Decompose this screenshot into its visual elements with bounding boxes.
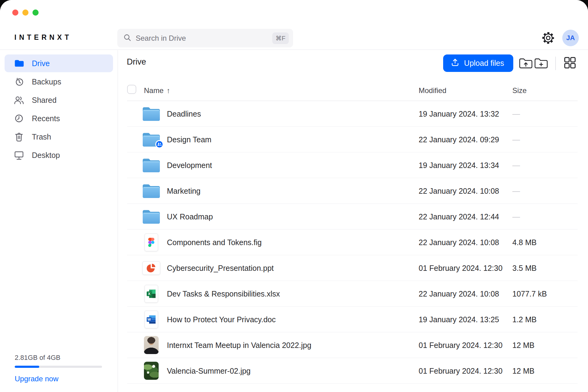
shared-folder-badge [155,140,164,148]
upload-files-label: Upload files [464,59,504,68]
search-placeholder: Search in Drive [136,34,272,43]
shared-icon [14,96,24,104]
file-size: — [512,135,520,144]
storage-widget: 2.81GB of 4GB Upgrade now [15,354,102,383]
folder-icon [141,101,162,126]
file-size: 1077.7 kB [512,289,547,298]
sidebar-item-label: Backups [32,77,61,86]
file-name: Development [167,161,212,170]
folder-icon [141,127,162,152]
table-row[interactable]: Design Team22 January 2024. 09:29— [127,127,578,152]
modified-date: 19 January 2024. 13:25 [419,315,499,324]
backups-icon [14,77,24,87]
modified-date: 01 February 2024. 12:30 [419,341,503,349]
sidebar-item-label: Drive [32,59,50,68]
minimize-window-button[interactable] [22,9,28,16]
settings-button[interactable] [541,31,556,46]
sidebar-item-label: Shared [32,96,57,105]
modified-date: 22 January 2024. 10:08 [419,186,499,195]
table-row[interactable]: XDev Tasks & Responsibilities.xlsx22 Jan… [127,281,578,307]
file-name: Dev Tasks & Responsibilities.xlsx [167,289,280,298]
figma-icon [141,230,162,255]
table-row[interactable]: WHow to Protect Your Privacy.doc19 Janua… [127,307,578,332]
storage-usage-label: 2.81GB of 4GB [15,354,102,362]
table-row[interactable]: Valencia-Summer-02.jpg01 February 2024. … [127,358,578,384]
grid-view-icon [563,56,577,70]
trash-icon [14,132,24,142]
modified-date: 01 February 2024. 12:30 [419,366,503,375]
sidebar-item-recents[interactable]: Recents [5,110,113,127]
folder-plus-icon [534,56,548,70]
main-content: Drive Upload files [118,50,588,392]
file-name: Deadlines [167,109,201,118]
file-name: Components and Tokens.fig [167,238,262,247]
column-header-size[interactable]: Size [512,86,527,95]
page-title: Drive [127,57,146,67]
app-window: INTERNXT Search in Drive ⌘F JA DriveBack… [0,0,588,392]
upload-files-button[interactable]: Upload files [443,54,513,72]
avatar[interactable]: JA [562,30,579,46]
table-body: Deadlines19 January 2024. 13:32—Design T… [127,101,578,384]
toolbar: Upload files [443,54,578,72]
file-name: Design Team [167,135,211,144]
storage-progress-bar [15,366,102,368]
sidebar-item-label: Recents [32,114,60,123]
sidebar-item-backups[interactable]: Backups [5,73,113,91]
select-all-checkbox[interactable] [127,85,136,94]
search-input[interactable]: Search in Drive ⌘F [117,29,293,47]
search-shortcut-badge: ⌘F [272,32,289,44]
excel-icon: X [141,281,162,306]
upload-icon [450,58,460,69]
new-folder-button[interactable] [533,56,549,71]
file-name: Cybersecurity_Presentation.ppt [167,263,274,272]
sidebar-item-drive[interactable]: Drive [5,54,113,72]
search-icon [123,34,131,43]
file-name: Internxt Team Meetup in Valencia 2022.jp… [167,341,311,349]
file-table: Name ↑ Modified Size Deadlines19 January… [127,80,578,384]
table-header: Name ↑ Modified Size [127,80,578,101]
table-row[interactable]: Development19 January 2024. 13:34— [127,152,578,178]
grid-view-button[interactable] [562,56,578,71]
file-size: — [512,109,520,118]
folder-upload-icon [518,56,533,70]
table-row[interactable]: UX Roadmap22 January 2024. 12:44— [127,204,578,230]
sidebar: DriveBackupsSharedRecentsTrashDesktop 2.… [0,50,118,392]
svg-text:X: X [148,292,150,296]
sidebar-item-trash[interactable]: Trash [5,128,113,146]
file-size: 3.5 MB [512,263,537,272]
modified-date: 19 January 2024. 13:34 [419,161,499,170]
file-name: Marketing [167,186,201,195]
modified-date: 22 January 2024. 12:44 [419,212,499,221]
modified-date: 01 February 2024. 12:30 [419,263,503,272]
table-row[interactable]: Deadlines19 January 2024. 13:32— [127,101,578,127]
column-header-name[interactable]: Name ↑ [144,86,170,95]
internxt-logo: INTERNXT [14,33,72,42]
close-window-button[interactable] [12,9,18,16]
folder-icon [141,152,162,178]
folder-icon [141,178,162,203]
zoom-window-button[interactable] [32,9,39,16]
file-size: 12 MB [512,366,534,375]
table-row[interactable]: Cybersecurity_Presentation.ppt01 Februar… [127,255,578,281]
column-header-modified[interactable]: Modified [419,86,447,95]
file-size: 12 MB [512,341,534,349]
upload-folder-button[interactable] [518,56,533,71]
upgrade-now-link[interactable]: Upgrade now [15,375,58,383]
file-name: UX Roadmap [167,212,213,221]
gear-icon [541,31,555,46]
sidebar-item-label: Trash [32,133,51,141]
table-row[interactable]: Marketing22 January 2024. 10:08— [127,178,578,204]
table-row[interactable]: Internxt Team Meetup in Valencia 2022.jp… [127,332,578,358]
file-name: How to Protect Your Privacy.doc [167,315,276,324]
desktop-icon [14,151,24,160]
modified-date: 22 January 2024. 10:08 [419,238,499,247]
file-name: Valencia-Summer-02.jpg [167,366,251,375]
window-controls [12,9,39,16]
name-header-label: Name [144,86,164,95]
table-row[interactable]: Components and Tokens.fig22 January 2024… [127,230,578,255]
storage-progress-fill [15,366,39,368]
sidebar-item-shared[interactable]: Shared [5,91,113,109]
folder-icon [14,59,24,67]
photo-thumbnail-portrait [141,332,162,358]
sidebar-item-desktop[interactable]: Desktop [5,146,113,164]
